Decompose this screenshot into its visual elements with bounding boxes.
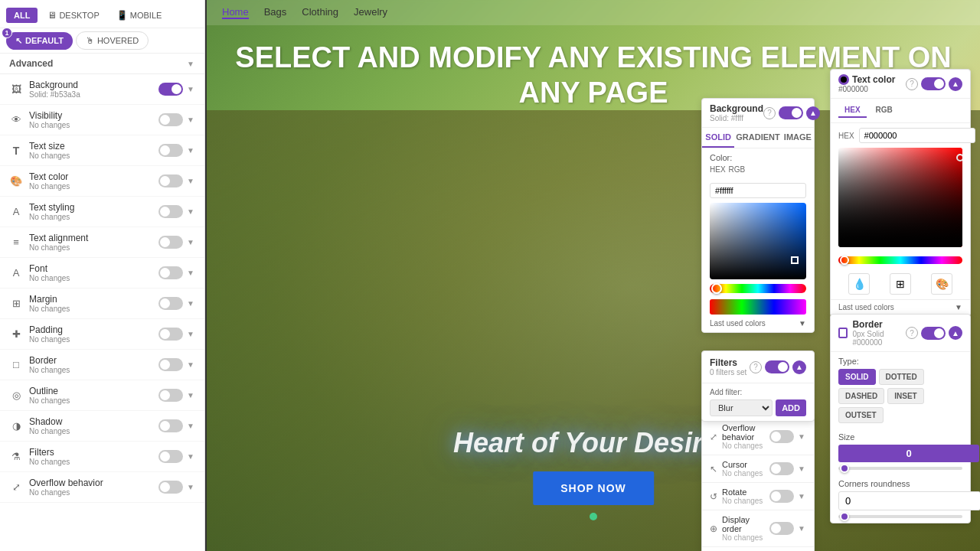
- overflow-panel-chevron[interactable]: ▼: [797, 432, 806, 442]
- text-align-toggle[interactable]: [158, 236, 183, 249]
- bg-hue-slider[interactable]: [710, 284, 806, 293]
- visibility-chevron[interactable]: ▼: [186, 116, 195, 125]
- bg-panel-chevron[interactable]: ▲: [806, 106, 820, 120]
- bg-panel-toggle[interactable]: [779, 106, 803, 119]
- tc-panel-chevron[interactable]: ▲: [949, 77, 962, 91]
- filters-chevron[interactable]: ▼: [186, 452, 195, 461]
- border-corners-label: Corners roundness: [831, 474, 970, 490]
- text-size-chevron[interactable]: ▼: [186, 146, 195, 155]
- font-chevron[interactable]: ▼: [186, 269, 195, 278]
- border-panel-toggle[interactable]: [921, 327, 946, 340]
- rotate-chevron[interactable]: ▼: [797, 492, 806, 501]
- border-type-inset[interactable]: INSET: [887, 388, 923, 404]
- overflow-chevron[interactable]: ▼: [186, 483, 195, 492]
- cursor-toggle[interactable]: [769, 462, 794, 475]
- outline-chevron[interactable]: ▼: [186, 391, 195, 400]
- padding-chevron[interactable]: ▼: [186, 330, 195, 339]
- text-align-chevron[interactable]: ▼: [186, 238, 195, 247]
- filters-help-icon[interactable]: ?: [750, 361, 762, 373]
- border-toggle[interactable]: [158, 358, 183, 371]
- overflow-toggle[interactable]: [158, 481, 183, 494]
- text-size-toggle[interactable]: [158, 144, 183, 157]
- overflow-panel-toggle[interactable]: [769, 430, 794, 443]
- prop-font-value: No changes: [29, 274, 152, 282]
- tc-eyedropper-btn[interactable]: 💧: [848, 273, 870, 295]
- bg-color-gradient[interactable]: [710, 203, 806, 279]
- advanced-chevron[interactable]: ▼: [186, 59, 195, 68]
- bg-tab-solid[interactable]: SOLID: [702, 128, 734, 148]
- padding-toggle[interactable]: [158, 328, 183, 341]
- border-help-icon[interactable]: ?: [906, 327, 918, 339]
- tc-hue-bar[interactable]: [838, 256, 962, 264]
- border-type-solid[interactable]: SOLID: [838, 369, 876, 385]
- prop-background-name: Background: [29, 80, 152, 90]
- margin-chevron[interactable]: ▼: [186, 299, 195, 308]
- margin-toggle[interactable]: [158, 297, 183, 310]
- shop-now-button[interactable]: SHOP NOW: [533, 471, 654, 505]
- border-size-slider[interactable]: [838, 467, 962, 470]
- visibility-toggle[interactable]: [158, 113, 183, 126]
- shadow-icon: ◑: [9, 419, 23, 433]
- border-corners-input[interactable]: [838, 491, 980, 510]
- display-order-toggle[interactable]: [769, 522, 794, 535]
- tc-tab-hex[interactable]: HEX: [838, 103, 867, 118]
- tab-desktop[interactable]: 🖥 DESKTOP: [41, 6, 106, 24]
- text-styling-toggle[interactable]: [158, 205, 183, 218]
- border-type-dotted[interactable]: DOTTED: [879, 369, 924, 385]
- border-type-outset[interactable]: OUTSET: [838, 407, 884, 423]
- filters-toggle[interactable]: [158, 450, 183, 463]
- cursor-chevron[interactable]: ▼: [797, 465, 806, 474]
- bg-tab-gradient[interactable]: GRADIENT: [734, 128, 781, 148]
- default-badge: 1: [2, 28, 12, 38]
- tc-gradient-area[interactable]: [838, 148, 962, 247]
- border-chevron[interactable]: ▼: [186, 360, 195, 370]
- outline-toggle[interactable]: [158, 389, 183, 402]
- text-color-toggle[interactable]: [158, 174, 183, 187]
- background-toggle[interactable]: [158, 83, 183, 96]
- nav-bags[interactable]: Bags: [264, 6, 287, 19]
- nav-jewelry[interactable]: Jewelry: [354, 6, 387, 19]
- state-hovered-tab[interactable]: 🖱 HOVERED: [76, 31, 149, 50]
- add-filter-label: Add filter:: [710, 388, 806, 396]
- border-panel-icon: [838, 328, 848, 338]
- nav-home[interactable]: Home: [222, 6, 249, 19]
- border-type-dashed[interactable]: DASHED: [838, 388, 884, 404]
- tc-help-icon[interactable]: ?: [906, 78, 918, 90]
- tc-palette-btn[interactable]: 🎨: [931, 273, 952, 295]
- border-size-input[interactable]: [838, 445, 979, 462]
- background-chevron[interactable]: ▼: [186, 85, 195, 94]
- filters-panel-toggle[interactable]: [765, 360, 789, 373]
- tc-hex-input[interactable]: [859, 128, 975, 143]
- text-color-chevron[interactable]: ▼: [186, 177, 195, 186]
- border-corners-slider[interactable]: [838, 515, 962, 518]
- bg-tab-image[interactable]: IMAGE: [782, 128, 814, 148]
- advanced-row: Advanced ▼: [0, 54, 204, 74]
- background-icon: 🖼: [9, 83, 23, 96]
- filters-panel-chevron[interactable]: ▲: [792, 360, 806, 374]
- border-panel-chevron[interactable]: ▲: [949, 326, 962, 340]
- tc-tab-rgb[interactable]: RGB: [870, 103, 899, 118]
- tc-last-colors-chevron[interactable]: ▼: [955, 303, 962, 311]
- display-order-chevron[interactable]: ▼: [797, 524, 806, 533]
- bg-rgb-label: RGB: [729, 165, 746, 174]
- tc-swatches-btn[interactable]: ⊞: [890, 273, 911, 295]
- bg-last-colors-chevron[interactable]: ▼: [799, 319, 806, 328]
- cursor-icon: ↖: [15, 36, 22, 46]
- state-default-tab[interactable]: 1 ↖ DEFAULT: [6, 32, 73, 50]
- shadow-chevron[interactable]: ▼: [186, 422, 195, 431]
- tab-all[interactable]: ALL: [6, 8, 38, 23]
- add-filter-btn[interactable]: ADD: [776, 399, 806, 416]
- nav-clothing[interactable]: Clothing: [302, 6, 338, 19]
- shadow-toggle[interactable]: [158, 419, 183, 432]
- font-toggle[interactable]: [158, 266, 183, 279]
- bg-help-icon[interactable]: ?: [763, 107, 776, 119]
- bg-last-colors-label: Last used colors: [710, 319, 766, 328]
- text-styling-chevron[interactable]: ▼: [186, 207, 195, 217]
- filter-type-select[interactable]: Blur: [710, 399, 773, 416]
- tc-panel-toggle[interactable]: [921, 77, 946, 90]
- tab-mobile[interactable]: 📱 MOBILE: [109, 6, 169, 24]
- tc-last-colors-label: Last used colors: [838, 303, 894, 311]
- bg-hex-input[interactable]: [710, 183, 806, 198]
- rotate-toggle[interactable]: [769, 490, 794, 503]
- prop-overflow-name: Overflow behavior: [29, 478, 152, 488]
